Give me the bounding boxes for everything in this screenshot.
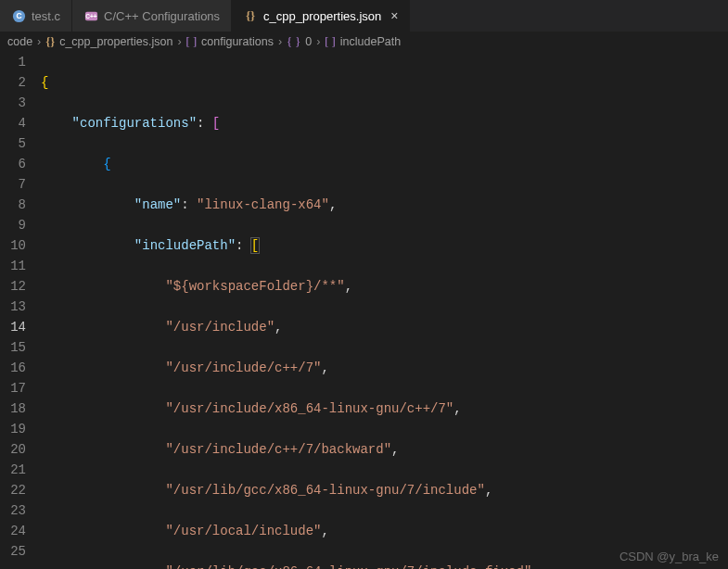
tab-cpp-config[interactable]: C++ C/C++ Configurations: [72, 0, 232, 32]
array-icon: [ ]: [186, 35, 197, 49]
crumb-configurations[interactable]: configurations: [201, 35, 274, 48]
tab-bar: C test.c C++ C/C++ Configurations {} c_c…: [0, 0, 728, 32]
json-string: "/usr/include/x86_64-linux-gnu/c++/7": [165, 401, 453, 416]
json-key: "name": [134, 197, 181, 212]
chevron-right-icon: ›: [34, 35, 44, 48]
editor[interactable]: 12345 678910 1112131415 1617181920 21222…: [0, 52, 728, 569]
c-file-icon: C: [11, 8, 26, 23]
tab-c-cpp-properties[interactable]: {} c_cpp_properties.json ×: [232, 0, 410, 32]
tab-label: C/C++ Configurations: [104, 9, 220, 23]
close-icon[interactable]: ×: [387, 8, 398, 23]
json-braces-icon: {}: [243, 8, 258, 23]
chevron-right-icon: ›: [313, 35, 323, 48]
tab-label: test.c: [32, 9, 60, 23]
json-string: "${workspaceFolder}/**": [165, 279, 344, 294]
watermark: CSDN @y_bra_ke: [619, 550, 719, 563]
json-key: "configurations": [72, 116, 197, 131]
json-string: "/usr/local/include": [165, 524, 321, 538]
json-braces-icon: {}: [45, 35, 55, 49]
json-string: "/usr/lib/gcc/x86_64-linux-gnu/7/include…: [165, 564, 531, 569]
tab-test-c[interactable]: C test.c: [0, 0, 72, 32]
json-string: "/usr/lib/gcc/x86_64-linux-gnu/7/include…: [165, 483, 484, 498]
tab-label: c_cpp_properties.json: [263, 9, 381, 23]
crumb-includepath[interactable]: includePath: [340, 35, 401, 48]
crumb-index[interactable]: 0: [305, 35, 312, 48]
array-icon: [ ]: [325, 35, 335, 49]
code-area[interactable]: { "configurations": [ { "name": "linux-c…: [41, 52, 728, 569]
breadcrumb[interactable]: code › {} c_cpp_properties.json › [ ] co…: [0, 32, 728, 52]
line-number-gutter: 12345 678910 1112131415 1617181920 21222…: [0, 52, 41, 569]
json-key: "includePath": [134, 238, 236, 253]
cpp-config-icon: C++: [83, 8, 98, 23]
json-string: "/usr/include": [165, 320, 275, 335]
chevron-right-icon: ›: [174, 35, 184, 48]
json-string: "linux-clang-x64": [197, 197, 329, 212]
chevron-right-icon: ›: [275, 35, 285, 48]
object-icon: { }: [287, 35, 300, 49]
crumb-file[interactable]: c_cpp_properties.json: [59, 35, 172, 48]
json-string: "/usr/include/c++/7/backward": [165, 442, 391, 457]
crumb-folder[interactable]: code: [7, 35, 32, 48]
svg-text:C++: C++: [85, 13, 97, 19]
json-string: "/usr/include/c++/7": [165, 360, 321, 375]
svg-text:C: C: [16, 11, 21, 20]
